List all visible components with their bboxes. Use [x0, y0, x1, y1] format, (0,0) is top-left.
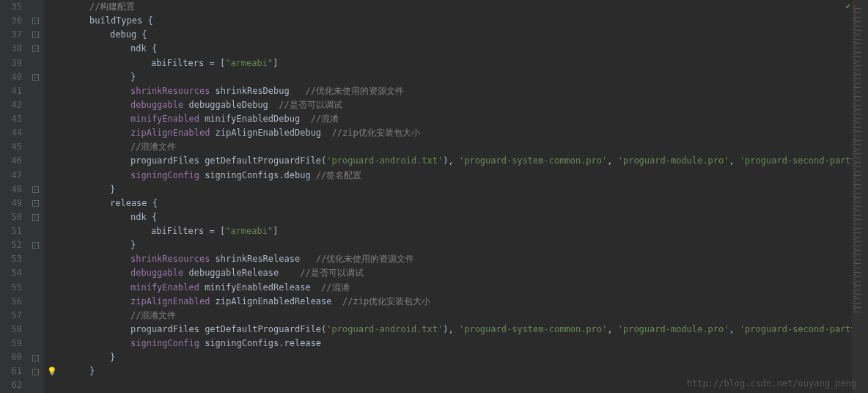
code-line[interactable]: ndk { — [48, 42, 852, 56]
minimap-row — [853, 28, 856, 29]
fold-open-icon[interactable]: − — [32, 18, 39, 24]
minimap-row — [853, 103, 856, 103]
minimap-row — [853, 39, 861, 40]
token-plain: debug — [110, 29, 141, 40]
code-line[interactable]: zipAlignEnabled zipAlignEnabledRelease /… — [48, 295, 852, 309]
code-line[interactable]: minifyEnabled minifyEnabledRelease //混淆 — [48, 281, 852, 295]
code-line[interactable]: debuggable debuggableRelease //是否可以调试 — [48, 266, 852, 280]
minimap-row — [853, 72, 856, 73]
minimap-row — [853, 248, 856, 249]
fold-close-icon[interactable]: − — [32, 74, 39, 81]
token-plain: release — [110, 198, 152, 208]
minimap-row — [853, 252, 856, 253]
code-line[interactable]: proguardFiles getDefaultProguardFile('pr… — [48, 154, 852, 168]
minimap-row — [853, 184, 861, 185]
code-area[interactable]: //构建配置buildTypes {debug {ndk {abiFilters… — [44, 0, 852, 393]
minimap-row — [853, 265, 856, 266]
minimap-row — [853, 215, 861, 216]
token-ident: zipAlignEnabled — [130, 296, 210, 306]
code-line[interactable]: buildTypes { — [48, 14, 852, 28]
minimap-row — [853, 290, 861, 290]
line-number: 51 — [0, 224, 22, 238]
minimap-row — [853, 158, 861, 158]
minimap-row — [853, 199, 856, 200]
minimap-row — [853, 243, 856, 244]
minimap-row — [853, 188, 861, 189]
token-ident: shrinkResources — [130, 254, 210, 264]
minimap-row — [853, 17, 861, 18]
fold-open-icon[interactable]: − — [32, 200, 39, 207]
minimap-row — [853, 301, 856, 301]
token-plain: } — [130, 240, 136, 250]
code-line[interactable]: proguardFiles getDefaultProguardFile('pr… — [48, 323, 852, 337]
token-comment: //zip优化安装包大小 — [342, 296, 430, 306]
line-number: 39 — [0, 56, 22, 70]
code-line[interactable]: signingConfig signingConfigs.release — [48, 337, 852, 350]
minimap-row — [853, 65, 861, 66]
code-line[interactable]: debuggable debuggableDebug //是否可以调试 — [48, 98, 852, 112]
code-line[interactable]: signingConfig signingConfigs.debug //签名配… — [48, 169, 852, 183]
code-line[interactable]: debug { — [48, 28, 852, 42]
fold-open-icon[interactable]: − — [32, 45, 39, 52]
fold-column[interactable]: −−−−−−−−−− — [29, 0, 44, 393]
token-plain: buildTypes — [89, 15, 147, 26]
minimap-row — [853, 61, 861, 62]
fold-close-icon[interactable]: − — [32, 242, 39, 249]
fold-open-icon[interactable]: − — [32, 214, 39, 221]
code-line[interactable]: } — [48, 350, 852, 364]
minimap-row — [853, 144, 861, 145]
token-str: 'proguard-android.txt' — [326, 155, 443, 166]
minimap-row — [853, 138, 856, 139]
minimap-row — [853, 116, 856, 117]
code-line[interactable]: } — [48, 183, 852, 196]
code-line[interactable]: abiFilters = ["armeabi"] — [48, 56, 852, 70]
minimap-row — [853, 221, 856, 222]
code-line[interactable]: //构建配置 — [48, 0, 852, 14]
code-line[interactable]: shrinkResources shrinkResDebug //优化未使用的资… — [48, 84, 852, 98]
minimap-row — [853, 305, 856, 306]
minimap-row — [853, 241, 861, 242]
token-comment: //混淆文件 — [130, 142, 176, 152]
line-number: 49 — [0, 196, 22, 210]
fold-close-icon[interactable]: − — [32, 355, 39, 361]
minimap-row — [853, 52, 861, 53]
minimap-row — [853, 250, 861, 251]
code-line[interactable]: minifyEnabled minifyEnabledDebug //混淆 — [48, 112, 852, 126]
code-line[interactable]: } — [48, 238, 852, 252]
code-line[interactable]: //混淆文件 — [48, 309, 852, 323]
minimap-row — [853, 30, 861, 31]
token-plain: ] — [273, 226, 278, 236]
fold-open-icon[interactable]: − — [32, 32, 39, 38]
minimap-row — [853, 85, 856, 86]
minimap-row — [853, 140, 861, 141]
minimap-row — [853, 63, 856, 64]
fold-close-icon[interactable]: − — [32, 186, 39, 193]
code-editor[interactable]: 3536373839404142434445464748495051525354… — [0, 0, 868, 393]
minimap[interactable] — [852, 0, 868, 393]
minimap-row — [853, 213, 856, 213]
minimap-row — [853, 131, 861, 132]
intention-bulb-icon[interactable]: 💡 — [47, 367, 57, 376]
code-line[interactable]: //混淆文件 — [48, 140, 852, 154]
token-plain: minifyEnabledDebug — [199, 114, 311, 124]
code-line[interactable]: release { — [48, 196, 852, 210]
fold-close-icon[interactable]: − — [32, 369, 39, 375]
code-line[interactable]: } — [48, 70, 852, 84]
minimap-row — [853, 118, 861, 119]
minimap-row — [853, 283, 856, 284]
minimap-row — [853, 296, 856, 297]
token-str: 'proguard-system-common.pro' — [459, 324, 607, 334]
minimap-row — [853, 261, 856, 262]
token-ident: debuggable — [130, 268, 183, 278]
minimap-row — [853, 180, 861, 180]
token-str: 'proguard-second-party.pro' — [740, 324, 852, 334]
code-line[interactable]: abiFilters = ["armeabi"] — [48, 224, 852, 238]
code-line[interactable]: ndk { — [48, 210, 852, 224]
line-number: 58 — [0, 323, 22, 337]
minimap-row — [853, 195, 856, 196]
code-line[interactable]: } — [48, 364, 852, 378]
code-line[interactable]: shrinkResources shrinkResRelease //优化未使用… — [48, 252, 852, 266]
minimap-row — [853, 272, 861, 273]
minimap-row — [853, 279, 856, 279]
code-line[interactable]: zipAlignEnabled zipAlignEnabledDebug //z… — [48, 126, 852, 140]
